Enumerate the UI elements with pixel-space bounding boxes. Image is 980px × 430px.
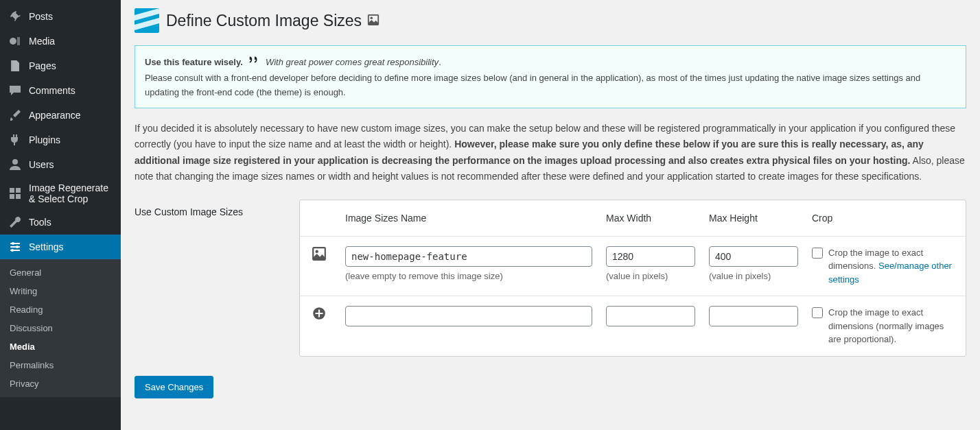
table-row: (leave empty to remove this image size) … (300, 236, 966, 296)
sidebar-item-media[interactable]: Media (0, 29, 121, 53)
height-hint: (value in pixels) (709, 271, 798, 281)
sidebar-item-label: Tools (29, 217, 51, 228)
svg-rect-4 (10, 194, 14, 199)
add-icon (300, 296, 338, 356)
table-row: Crop the image to exact dimensions (norm… (300, 296, 966, 356)
sidebar-item-label: Plugins (29, 134, 60, 145)
svg-point-1 (12, 159, 18, 165)
sidebar-item-label: Pages (29, 60, 56, 71)
name-hint: (leave empty to remove this image size) (345, 271, 592, 281)
svg-rect-3 (16, 188, 21, 193)
svg-point-0 (10, 38, 16, 45)
sidebar-item-appearance[interactable]: Appearance (0, 103, 121, 128)
svg-point-8 (11, 249, 14, 252)
svg-rect-5 (16, 194, 21, 199)
svg-rect-2 (10, 188, 14, 193)
size-name-input[interactable] (345, 306, 592, 326)
sidebar-item-comments[interactable]: Comments (0, 78, 121, 103)
user-icon (8, 158, 22, 171)
brush-icon (8, 108, 22, 122)
sidebar-item-posts[interactable]: Posts (0, 4, 121, 29)
save-changes-button[interactable]: Save Changes (135, 376, 213, 398)
svg-point-6 (12, 242, 14, 245)
settings-submenu: General Writing Reading Discussion Media… (0, 259, 121, 397)
info-body: Please consult with a front-end develope… (145, 73, 920, 97)
submenu-general[interactable]: General (0, 263, 121, 282)
submenu-permalinks[interactable]: Permalinks (0, 356, 121, 374)
sidebar-item-label: Users (29, 159, 54, 170)
comment-icon (8, 84, 22, 97)
wrench-icon (8, 215, 22, 229)
width-hint: (value in pixels) (606, 271, 695, 281)
info-strong: Use this feature wisely. (145, 57, 243, 67)
submenu-privacy[interactable]: Privacy (0, 374, 121, 393)
th-name: Image Sizes Name (338, 200, 599, 237)
th-crop: Crop (805, 200, 966, 237)
sidebar-item-label: Posts (29, 11, 53, 22)
sidebar-item-pages[interactable]: Pages (0, 53, 121, 78)
section-label: Use Custom Image Sizes (135, 200, 285, 217)
sidebar-item-plugins[interactable]: Plugins (0, 128, 121, 152)
quote-icon (248, 54, 260, 71)
info-notice: Use this feature wisely. With great powe… (135, 45, 966, 108)
info-quote: With great power comes great responsibil… (266, 57, 439, 67)
intro-text: If you decided it is absolutely necessar… (135, 121, 966, 184)
submenu-reading[interactable]: Reading (0, 300, 121, 319)
image-icon (367, 12, 380, 30)
image-icon (300, 236, 338, 296)
crop-checkbox[interactable] (812, 307, 823, 318)
crop-checkbox[interactable] (812, 248, 823, 259)
plug-icon (8, 133, 22, 147)
sidebar-item-label: Media (29, 36, 55, 47)
max-height-input[interactable] (709, 306, 798, 326)
sidebar-item-tools[interactable]: Tools (0, 210, 121, 235)
admin-sidebar: Posts Media Pages Comments Appearance Pl… (0, 0, 121, 430)
page-title: Define Custom Image Sizes (166, 12, 380, 30)
sliders-icon (8, 240, 22, 254)
max-width-input[interactable] (606, 306, 695, 326)
sidebar-item-label: Comments (29, 85, 75, 96)
plugin-logo-icon (135, 8, 159, 33)
svg-point-7 (16, 246, 19, 248)
max-width-input[interactable] (606, 246, 695, 267)
size-name-input[interactable] (345, 246, 592, 267)
media-icon (8, 34, 22, 48)
image-sizes-table: Image Sizes Name Max Width Max Height Cr… (299, 200, 966, 357)
pushpin-icon (8, 10, 22, 23)
grid-icon (8, 187, 22, 200)
crop-label: Crop the image to exact dimensions (norm… (828, 306, 959, 346)
svg-point-13 (316, 250, 318, 252)
main-content: Define Custom Image Sizes Use this featu… (121, 0, 980, 430)
sidebar-item-label: Appearance (29, 110, 81, 121)
th-height: Max Height (702, 200, 805, 237)
sidebar-item-label: Image Regenerate & Select Crop (29, 182, 113, 204)
submenu-discussion[interactable]: Discussion (0, 319, 121, 337)
page-icon (8, 59, 22, 73)
submenu-media[interactable]: Media (0, 337, 121, 356)
sidebar-item-settings[interactable]: Settings (0, 235, 121, 259)
svg-point-11 (371, 16, 373, 19)
submenu-writing[interactable]: Writing (0, 282, 121, 300)
sidebar-item-image-regenerate[interactable]: Image Regenerate & Select Crop (0, 177, 121, 210)
sidebar-item-users[interactable]: Users (0, 152, 121, 177)
max-height-input[interactable] (709, 246, 798, 267)
th-width: Max Width (599, 200, 702, 237)
page-header: Define Custom Image Sizes (135, 8, 966, 33)
sidebar-item-label: Settings (29, 241, 64, 252)
